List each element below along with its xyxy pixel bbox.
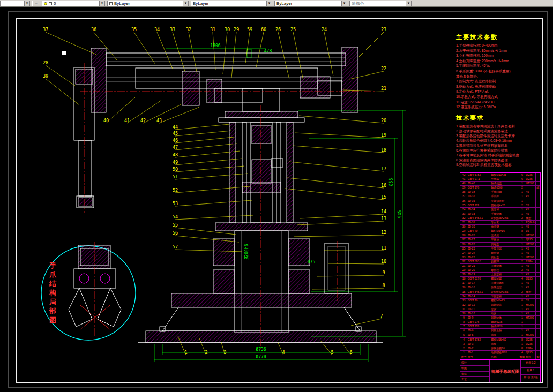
bom-row-9-cell-2: JD-34	[467, 208, 490, 212]
callout-37: 37	[43, 27, 48, 32]
color-combo[interactable]: ByLayer ▼	[107, 1, 189, 6]
layers-button[interactable]: ≡	[32, 1, 40, 6]
chevron-down-icon[interactable]: ▼	[266, 1, 272, 6]
bom-row-12-cell-1: 31	[460, 221, 467, 224]
bom-row-14-cell-2: GB/T 70	[467, 229, 490, 233]
bom-row-35-cell-4: 1	[519, 320, 526, 324]
linetype-combo[interactable]: ByLayer ▼	[191, 1, 272, 6]
callout-leader-53	[175, 200, 252, 206]
callout-51: 51	[173, 174, 178, 179]
chevron-down-icon[interactable]: ▼	[24, 1, 29, 6]
bom-row-26-cell-6	[536, 281, 540, 285]
bom-row-2-cell-1: 41	[460, 177, 467, 181]
callout-45: 45	[173, 131, 178, 136]
plotstyle-combo[interactable]: 随颜色 ▼	[349, 1, 412, 6]
tech-param-12: 11.电源: 220VAC/24VDC	[456, 100, 544, 105]
bom-row-5-cell-6	[536, 190, 540, 194]
callout-18: 18	[381, 147, 386, 153]
callout-42: 42	[140, 118, 146, 123]
bom-row-17-cell-5: HT200	[525, 243, 536, 246]
bom-row-11-cell-1: 32	[460, 216, 467, 220]
bom-row-18: 25JD-25手臂活塞145	[460, 246, 540, 251]
bom-row-39-cell-4: 8	[519, 338, 526, 342]
bom-row-25-cell-1: 18	[460, 277, 467, 281]
bom-row-28-cell-2: GB/T 3452.1	[467, 290, 490, 294]
layer-combo-value: 0	[54, 1, 56, 6]
tech-req-8: 8.涂漆前表面须除锈并作防锈处理	[456, 157, 544, 162]
tech-param-7: 其他参数部分:	[456, 74, 544, 79]
bom-row-41-cell-6	[536, 346, 540, 350]
bom-row-10-cell-2: JD-33	[467, 212, 490, 216]
callout-43: 43	[156, 118, 162, 123]
bom-row-41: 2JD-2弹簧垫圈16865Mn	[460, 346, 540, 350]
bom-row-8-cell-4: 2	[519, 203, 526, 207]
callout-leader-46	[175, 137, 234, 143]
bom-row-29-cell-6	[536, 295, 540, 298]
callout-19: 19	[381, 132, 386, 138]
callout-leader-45	[175, 131, 231, 136]
bom-row-23-cell-2: JD-20	[467, 268, 490, 272]
title-block-info: 比例 1:2 数量 1 共1张 第1张	[521, 360, 540, 382]
partial-combo[interactable]: ▼	[0, 1, 30, 6]
linetype-combo-value: ByLayer	[193, 1, 208, 6]
detail-view-label: 手爪结构局部图	[48, 261, 57, 325]
layer-combo[interactable]: 0 ▼	[42, 1, 105, 6]
chevron-down-icon[interactable]: ▼	[406, 1, 411, 6]
bom-row-32-cell-3: 定片	[490, 307, 519, 311]
bom-row-37-cell-6	[536, 329, 540, 333]
bom-header-row-cell-4: 数量	[519, 355, 526, 359]
tech-param-1: 1.手臂伸缩行程: 0~400mm	[456, 43, 544, 48]
bom-row-36-cell-3: 轴承6220	[490, 325, 519, 328]
bom-row-40-cell-5: Q235	[525, 342, 536, 346]
callout-32: 32	[186, 27, 191, 32]
callout-3: 3	[223, 350, 226, 355]
plotstyle-combo-value: 随颜色	[352, 1, 364, 6]
chevron-down-icon[interactable]: ▼	[183, 1, 188, 6]
bom-row-9: 34JD-34活塞杆145	[460, 207, 540, 212]
bom-row-14-cell-5: 35	[525, 229, 536, 233]
bom-row-30-cell-6	[536, 299, 540, 303]
bom-row-40-cell-6	[536, 342, 540, 346]
callout-leader-44	[175, 124, 229, 130]
callout-leader-33	[173, 32, 185, 71]
bom-row-17-cell-4: 1	[519, 243, 526, 246]
chevron-down-icon[interactable]: ▼	[341, 1, 347, 6]
bom-row-23-cell-6	[536, 268, 540, 272]
bom-row-34-cell-4: 1	[519, 316, 526, 320]
bom-row-19: 24JD-24导向键145	[460, 251, 540, 255]
bom-row-3: 40JD-40轴承端盖1HT200	[460, 181, 540, 185]
bom-row-17-cell-2: JD-26	[467, 243, 490, 246]
callout-leader-16	[287, 178, 384, 188]
bom-row-16-cell-4: 1	[519, 238, 526, 242]
callout-leader-8	[312, 288, 384, 289]
bom-header-row-cell-5: 材料	[525, 355, 536, 359]
bom-row-25-cell-6	[536, 277, 540, 281]
bom-row-38-cell-2: JD-5	[467, 333, 490, 337]
bom-row-41-cell-5: 65Mn	[525, 346, 536, 350]
tech-req-9: 9.空载试运转2h后检查各项技术指标	[456, 162, 544, 167]
bom-row-7: 36JD-36夹紧液压缸1	[460, 199, 540, 203]
bom-row-31-cell-1: 12	[460, 303, 467, 307]
callout-22: 22	[381, 66, 386, 71]
bom-row-38-cell-3: 底座	[490, 333, 519, 337]
bom-row-30-cell-3: 螺钉M8×25	[490, 299, 519, 303]
layer-on-icon	[44, 2, 47, 5]
bom-row-27-cell-5: 45	[525, 285, 536, 289]
bom-row-23-cell-5: 45	[525, 268, 536, 272]
bom-row-7-cell-1: 36	[460, 199, 467, 203]
bom-row-5-cell-2: JD-38	[467, 190, 490, 194]
bom-row-34-cell-6	[536, 316, 540, 320]
column-assembly	[215, 111, 308, 231]
bom-row-38-cell-1: 5	[460, 333, 467, 337]
bom-row-11-cell-6	[536, 216, 540, 220]
grip-point[interactable]	[62, 51, 66, 55]
bom-row-17-cell-1: 26	[460, 243, 467, 246]
lineweight-combo[interactable]: ByLayer ▼	[274, 1, 347, 6]
tech-param-4: 4.立柱升降速度: 200mm/s +/-1mm	[456, 58, 544, 64]
bom-row-37: 6JD-6回转主轴145	[460, 328, 540, 333]
bom-row-12-cell-6	[536, 221, 540, 224]
bom-row-19-cell-2: JD-24	[467, 251, 490, 255]
bom-row-8: 35GB/T 119圆柱销4×20235	[460, 203, 540, 207]
chevron-down-icon[interactable]: ▼	[99, 1, 104, 6]
bom-row-37-cell-5: 45	[525, 329, 536, 333]
